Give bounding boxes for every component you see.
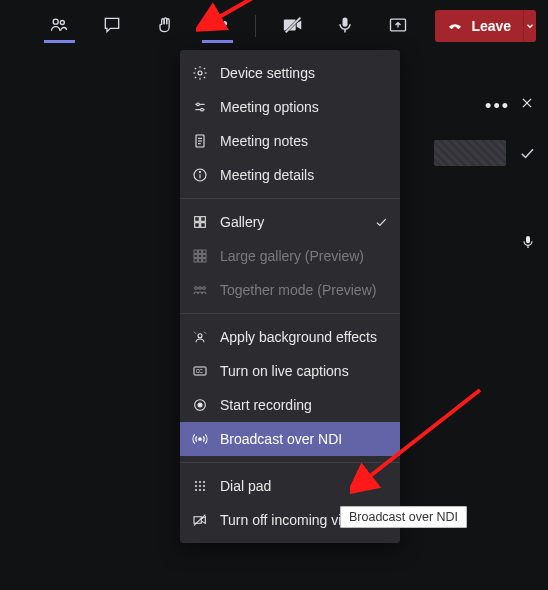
svg-rect-31 [198,254,201,257]
notes-icon [192,133,208,149]
svg-rect-4 [343,17,348,26]
svg-point-39 [198,334,202,338]
menu-device-settings[interactable]: Device settings [180,56,400,90]
check-icon [374,215,388,229]
panel-mic-icon [520,234,536,250]
svg-point-51 [199,485,201,487]
cc-icon: CC [192,363,208,379]
grid-2x2-icon [192,214,208,230]
panel-check-icon [518,144,536,162]
svg-point-49 [203,481,205,483]
more-actions-button[interactable]: ••• [202,9,233,43]
menu-together-mode: Together mode (Preview) [180,273,400,307]
menu-dial-pad[interactable]: Dial pad [180,469,400,503]
menu-label: Device settings [220,65,388,81]
menu-separator [180,462,400,463]
menu-apply-background[interactable]: Apply background effects [180,320,400,354]
menu-label: Broadcast over NDI [220,431,388,447]
grid-3x3-icon [192,248,208,264]
dialpad-icon [192,478,208,494]
menu-meeting-options[interactable]: Meeting options [180,90,400,124]
svg-rect-33 [194,259,197,262]
menu-separator [180,198,400,199]
menu-meeting-details[interactable]: Meeting details [180,158,400,192]
record-icon [192,397,208,413]
menu-label: Meeting notes [220,133,388,149]
menu-gallery[interactable]: Gallery [180,205,400,239]
people-row-icon [192,282,208,298]
menu-label: Together mode (Preview) [220,282,388,298]
svg-point-36 [195,287,198,290]
menu-label: Apply background effects [220,329,388,345]
svg-point-54 [199,489,201,491]
svg-rect-27 [194,250,197,253]
menu-label: Gallery [220,214,362,230]
menu-broadcast-ndi[interactable]: Broadcast over NDI [180,422,400,456]
svg-point-47 [195,481,197,483]
svg-rect-30 [194,254,197,257]
svg-text:CC: CC [196,369,203,374]
info-icon [192,167,208,183]
svg-rect-26 [201,223,206,228]
participants-button[interactable] [44,9,75,43]
panel-more-button[interactable]: ••• [485,96,510,117]
leave-dropdown-button[interactable] [523,10,536,42]
svg-rect-29 [203,250,206,253]
toolbar-separator [255,15,256,37]
menu-large-gallery: Large gallery (Preview) [180,239,400,273]
microphone-button[interactable] [330,9,361,43]
svg-rect-32 [203,254,206,257]
menu-live-captions[interactable]: CC Turn on live captions [180,354,400,388]
camera-off-button[interactable] [277,9,308,43]
svg-point-1 [61,20,65,24]
menu-label: Large gallery (Preview) [220,248,388,264]
leave-button-group: Leave [435,10,536,42]
svg-point-0 [53,19,58,24]
menu-label: Meeting details [220,167,388,183]
panel-close-button[interactable] [518,94,536,112]
svg-point-52 [203,485,205,487]
svg-point-37 [199,287,202,290]
svg-line-41 [204,332,206,334]
svg-point-50 [195,485,197,487]
menu-label: Meeting options [220,99,388,115]
svg-rect-35 [203,259,206,262]
meeting-toolbar: ••• Leave [0,6,548,46]
menu-start-recording[interactable]: Start recording [180,388,400,422]
svg-point-13 [197,103,200,106]
svg-point-53 [195,489,197,491]
chat-button[interactable] [97,9,128,43]
menu-label: Dial pad [220,478,388,494]
share-screen-button[interactable] [383,9,414,43]
svg-rect-34 [198,259,201,262]
menu-label: Turn on live captions [220,363,388,379]
tooltip: Broadcast over NDI [340,506,467,528]
background-effects-icon [192,329,208,345]
hangup-icon [447,18,463,34]
svg-point-11 [198,71,202,75]
svg-rect-24 [201,217,206,222]
menu-label: Start recording [220,397,388,413]
svg-point-38 [203,287,206,290]
camera-slash-icon [192,512,208,528]
sliders-icon [192,99,208,115]
svg-line-3 [285,17,300,32]
svg-rect-23 [195,217,200,222]
panel-thumbnail [434,140,506,166]
svg-point-45 [198,403,202,407]
svg-point-22 [199,171,200,172]
svg-point-46 [199,438,202,441]
svg-rect-25 [195,223,200,228]
more-actions-menu: Device settings Meeting options Meeting … [180,50,400,543]
gear-icon [192,65,208,81]
svg-point-55 [203,489,205,491]
broadcast-icon [192,431,208,447]
svg-point-48 [199,481,201,483]
svg-rect-28 [198,250,201,253]
leave-button[interactable]: Leave [435,10,523,42]
svg-line-40 [194,332,196,334]
menu-meeting-notes[interactable]: Meeting notes [180,124,400,158]
raise-hand-button[interactable] [149,9,180,43]
menu-separator [180,313,400,314]
leave-label: Leave [471,18,511,34]
